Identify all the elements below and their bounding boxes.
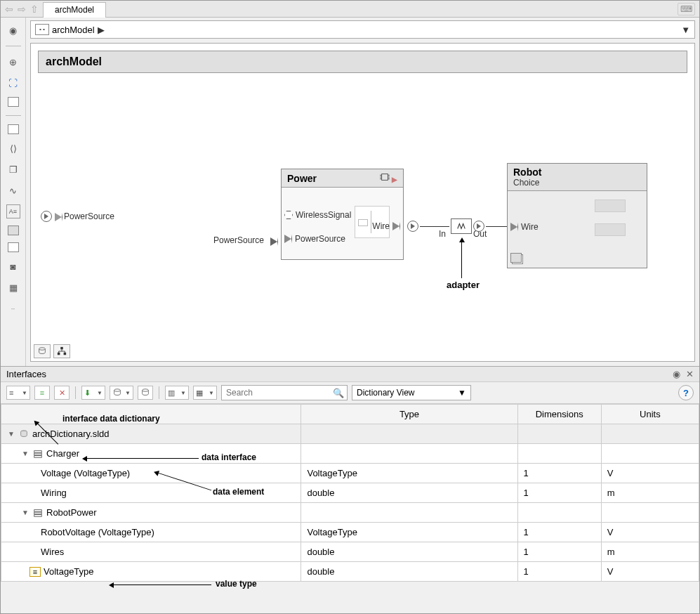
root-port-arrow xyxy=(55,213,62,221)
import-btn[interactable]: ⬇▼ xyxy=(81,386,105,400)
search-icon: 🔍 xyxy=(333,388,344,398)
robot-block-subtitle: Choice xyxy=(513,178,539,188)
table-row[interactable]: RobotVoltage (VoltageType) VoltageType 1… xyxy=(1,523,699,542)
image-icon[interactable] xyxy=(8,226,19,235)
fit-icon[interactable]: ⛶ xyxy=(6,76,20,90)
table-row[interactable]: Voltage (VoltageType) VoltageType 1 V xyxy=(1,464,699,483)
adapter-icon xyxy=(456,221,466,231)
port-powersource: PowerSource xyxy=(295,234,345,244)
copy-icon[interactable]: ❐ xyxy=(6,162,20,176)
expand-icon[interactable]: ▼ xyxy=(7,430,15,438)
code-icon[interactable]: ⟨⟩ xyxy=(6,141,20,155)
interface-icon xyxy=(32,449,44,459)
help-button[interactable]: ? xyxy=(678,385,694,400)
svg-rect-19 xyxy=(34,453,42,455)
svg-rect-18 xyxy=(34,450,42,452)
adapter-in-label: In xyxy=(439,229,446,239)
camera-icon[interactable]: ◙ xyxy=(6,259,20,273)
collapse-icon[interactable]: ◉ xyxy=(6,23,20,37)
robot-block[interactable]: Robot Choice Wire xyxy=(507,163,647,268)
robot-block-title: Robot xyxy=(513,166,541,178)
forward-icon[interactable]: ⇨ xyxy=(18,4,26,15)
svg-rect-22 xyxy=(34,512,42,514)
search-input[interactable] xyxy=(225,387,333,398)
col-dims[interactable]: Dimensions xyxy=(517,405,601,424)
annotation-arrow xyxy=(113,584,211,585)
interfaces-panel-title: Interfaces ◉ ✕ xyxy=(1,366,699,381)
valuetype-icon: ≡ xyxy=(29,567,41,577)
nav-bar: ⇦ ⇨ ⇧ archModel ⌨ xyxy=(1,1,699,18)
svg-point-15 xyxy=(114,389,121,392)
delete-btn[interactable]: ✕ xyxy=(54,386,70,400)
back-icon[interactable]: ⇦ xyxy=(5,4,13,15)
hex-port-icon xyxy=(284,211,293,219)
expand-icon[interactable]: ▼ xyxy=(21,509,29,516)
search-box[interactable]: 🔍 xyxy=(221,385,348,400)
svg-rect-8 xyxy=(60,347,63,350)
row-type: VoltageType xyxy=(301,523,517,542)
tab-archmodel[interactable]: archModel xyxy=(43,2,106,18)
tool1-icon[interactable] xyxy=(8,124,19,134)
interfaces-table-wrap: Type Dimensions Units ▼ archDictionary.s… xyxy=(1,404,699,582)
svg-rect-21 xyxy=(34,509,42,511)
row-units: m xyxy=(601,483,699,503)
row-name: archDictionary.sldd xyxy=(32,429,110,439)
up-icon[interactable]: ⇧ xyxy=(30,4,39,15)
main-area: ◉ ⊕ ⛶ ⟨⟩ ❐ ∿ A≡ ◙ ▦ ·· ∘∘ archModel ▶ ▼ … xyxy=(1,18,699,366)
text-icon[interactable]: A≡ xyxy=(6,204,20,218)
row-dims xyxy=(517,444,601,464)
col-type[interactable]: Type xyxy=(301,405,517,424)
db-btn[interactable] xyxy=(138,386,153,400)
new-item-btn[interactable]: ≡ xyxy=(34,386,50,400)
port-wireless: WirelessSignal xyxy=(296,210,351,220)
adapter-block[interactable] xyxy=(451,218,472,234)
table-row[interactable]: ≡ VoltageType double 1 V xyxy=(1,562,699,582)
add-interface-btn[interactable]: ≡▼ xyxy=(6,386,30,400)
expand-icon[interactable]: ▼ xyxy=(21,450,29,457)
breadcrumb-text: archModel xyxy=(52,25,95,35)
breadcrumb-dropdown-icon[interactable]: ▼ xyxy=(681,25,690,35)
row-type: double xyxy=(301,483,517,503)
power-block[interactable]: Power ▶ WirelessSignal PowerSource xyxy=(281,169,404,260)
table-row[interactable]: Wiring double 1 m xyxy=(1,483,699,503)
tri-port-icon xyxy=(510,223,518,231)
row-name: Wires xyxy=(41,547,64,557)
row-units xyxy=(601,444,699,464)
table-row[interactable]: Wires double 1 m xyxy=(1,542,699,562)
table-row[interactable]: ▼ Charger xyxy=(1,444,699,464)
svg-rect-10 xyxy=(64,353,67,355)
filter-btn[interactable]: ▥▼ xyxy=(165,386,189,400)
db-link-btn[interactable]: ▼ xyxy=(110,386,133,400)
table-row[interactable]: ▼ RobotPower xyxy=(1,503,699,523)
breadcrumb[interactable]: ∘∘ archModel ▶ ▼ xyxy=(30,20,695,39)
tool2-icon[interactable] xyxy=(8,242,19,252)
view-select[interactable]: Dictionary View ▼ xyxy=(352,385,471,400)
table-row[interactable]: ▼ archDictionary.sldd xyxy=(1,424,699,444)
canvas[interactable]: archModel PowerSource PowerSource Power … xyxy=(30,43,695,362)
keyboard-icon: ⌨ xyxy=(678,3,695,15)
root-port[interactable] xyxy=(41,211,52,222)
chevron-right-icon: ▶ xyxy=(98,25,105,35)
row-dims: 1 xyxy=(517,483,601,503)
zoom-icon[interactable]: ⊕ xyxy=(6,55,20,69)
row-dims: 1 xyxy=(517,562,601,582)
row-dims xyxy=(517,424,601,444)
tri-port-icon xyxy=(284,235,292,243)
row-name: Voltage (VoltageType) xyxy=(41,468,130,478)
row-type: double xyxy=(301,562,517,582)
tree-icon[interactable] xyxy=(53,344,70,358)
hierarchy-icon[interactable]: ▦ xyxy=(6,280,20,294)
power-out-port[interactable] xyxy=(407,221,418,232)
columns-btn[interactable]: ▦▼ xyxy=(193,386,217,400)
panel-close-icon[interactable]: ✕ xyxy=(686,369,694,379)
more-icon[interactable]: ·· xyxy=(6,301,20,315)
model-icon: ∘∘ xyxy=(35,24,49,35)
panel-expand-icon[interactable]: ◉ xyxy=(673,369,680,379)
adapter-out-port[interactable] xyxy=(473,221,484,232)
row-name: Charger xyxy=(46,448,79,459)
zoom-rect-icon[interactable] xyxy=(8,97,19,107)
col-units[interactable]: Units xyxy=(601,405,699,424)
db-icon[interactable] xyxy=(34,344,51,358)
col-name[interactable] xyxy=(1,405,301,424)
chart-icon[interactable]: ∿ xyxy=(6,183,20,197)
